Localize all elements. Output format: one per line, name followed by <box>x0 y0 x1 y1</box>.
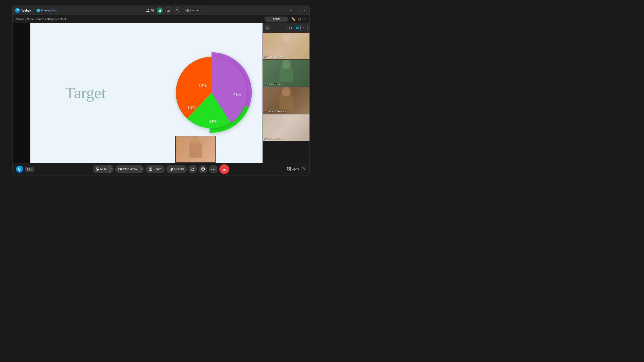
pie-chart: 41% 34% 13% 12% <box>171 52 252 134</box>
signal-icon[interactable] <box>157 7 163 14</box>
label-orange: 12% <box>198 83 206 88</box>
mute-dropdown-arrow[interactable]: ▾ <box>109 165 114 173</box>
subtitle-bar: Viewing Sofia Gomez's shared content − 1… <box>12 15 310 23</box>
mute-button[interactable]: Mute <box>93 166 110 172</box>
video-layout-button[interactable] <box>25 167 34 172</box>
svg-rect-1 <box>160 10 160 12</box>
svg-rect-11 <box>188 11 188 12</box>
stats-icon[interactable] <box>165 7 172 14</box>
mute-label: Mute <box>100 167 107 171</box>
share-button[interactable]: Share <box>146 165 164 173</box>
svg-line-7 <box>178 11 179 12</box>
svg-point-33 <box>211 169 212 170</box>
svg-point-18 <box>19 169 20 170</box>
svg-rect-4 <box>168 10 168 12</box>
apps-button[interactable]: Apps <box>287 167 299 171</box>
svg-point-34 <box>213 169 214 170</box>
sync-icon[interactable]: ⊡ <box>298 17 301 21</box>
stop-video-button[interactable]: Stop video <box>116 166 139 172</box>
record-label: Record <box>174 167 184 171</box>
meeting-info-label: Meeting info <box>41 9 57 12</box>
participants-icon <box>302 166 306 171</box>
svg-rect-13 <box>296 27 298 28</box>
expand-sidebar-button[interactable] <box>302 25 308 31</box>
svg-rect-21 <box>27 169 28 170</box>
minimize-button[interactable]: ─ <box>288 8 294 13</box>
svg-rect-12 <box>289 27 292 29</box>
zoom-in-button[interactable]: + <box>282 17 286 21</box>
left-panel <box>12 23 30 163</box>
zoom-value: 100% <box>272 17 281 21</box>
title-bar-left: W Webex i Meeting info <box>15 8 59 13</box>
svg-rect-19 <box>27 168 28 169</box>
local-video-content <box>176 136 215 162</box>
raise-hand-button[interactable] <box>188 165 197 173</box>
zoom-out-button[interactable]: − <box>267 17 270 21</box>
zoom-controls: − 100% + <box>264 16 288 22</box>
svg-rect-16 <box>298 28 299 29</box>
mic-off-icon-marise: 🎤 <box>264 137 266 140</box>
svg-rect-2 <box>160 9 161 12</box>
record-button[interactable]: Record <box>166 165 187 173</box>
toolbar-left <box>16 166 43 173</box>
title-bar-icons <box>157 7 172 14</box>
webex-status-indicator <box>16 166 23 173</box>
svg-rect-20 <box>28 168 30 169</box>
more-icon <box>211 168 215 170</box>
svg-point-29 <box>170 168 172 170</box>
label-yellow: 13% <box>188 106 196 110</box>
svg-point-31 <box>202 168 202 169</box>
svg-rect-5 <box>169 9 170 12</box>
svg-rect-25 <box>118 168 120 170</box>
meeting-info-button[interactable]: i Meeting info <box>35 8 59 13</box>
single-view-button[interactable] <box>288 25 294 31</box>
toolbar-center: Mute ▾ Stop video ▾ <box>45 164 277 174</box>
label-green: 34% <box>209 119 217 124</box>
maximize-button[interactable]: □ <box>295 8 300 13</box>
close-button[interactable]: ✕ <box>302 8 307 13</box>
svg-rect-10 <box>186 11 187 12</box>
apps-icon <box>287 167 291 171</box>
stop-video-label: Stop video <box>123 167 137 171</box>
apps-label: Apps <box>292 167 299 171</box>
participant-name-isabelle: 🎤 Isabelle Brennan <box>264 110 286 113</box>
stop-video-dropdown-arrow[interactable]: ▾ <box>140 165 144 173</box>
mic-off-icon-clarissa: 🎤 <box>264 56 266 58</box>
more-options-button[interactable] <box>209 165 218 173</box>
search-icon[interactable] <box>174 7 180 14</box>
video-icon <box>118 167 122 171</box>
reactions-icon <box>201 167 205 171</box>
subtitle-right: ✏️ ⊡ ⤢ <box>291 17 306 21</box>
svg-point-35 <box>214 169 215 170</box>
label-purple: 41% <box>233 92 241 97</box>
fullscreen-icon[interactable]: ⤢ <box>303 17 306 21</box>
title-bar-right: ─ □ ✕ <box>288 8 307 13</box>
sidebar-collapse-button[interactable] <box>264 25 270 31</box>
local-video-overlay <box>175 136 216 163</box>
presentation-area: Target <box>30 23 262 163</box>
participant-name-marise: 🎤 Marise Torres <box>264 137 282 140</box>
layout-label: Layout <box>190 9 199 12</box>
viewing-text: Viewing Sofia Gomez's shared content <box>16 17 264 21</box>
stop-video-button-group: Stop video ▾ <box>116 165 144 173</box>
title-bar-center: 12:40 <box>59 7 288 14</box>
svg-point-6 <box>176 9 178 11</box>
end-call-button[interactable] <box>219 164 229 174</box>
annotate-icon[interactable]: ✏️ <box>291 17 296 21</box>
grid-view-button[interactable] <box>295 25 300 31</box>
participant-tile-isabelle: 🎤 Isabelle Brennan <box>263 87 310 114</box>
svg-rect-36 <box>287 167 288 169</box>
participant-tile-clarissa: 🎤 Clarissa Smith <box>263 33 310 59</box>
svg-rect-37 <box>289 167 290 169</box>
webex-logo: W Webex <box>15 8 31 13</box>
svg-rect-15 <box>296 28 298 29</box>
participants-button[interactable] <box>302 166 306 172</box>
main-content: Target <box>12 23 310 163</box>
svg-rect-39 <box>289 170 290 171</box>
reactions-button[interactable] <box>199 165 207 173</box>
svg-rect-38 <box>287 170 288 171</box>
mic-off-icon-isabelle: 🎤 <box>264 110 266 112</box>
slide-title: Target <box>65 84 106 102</box>
layout-button[interactable]: Layout <box>183 7 201 13</box>
svg-point-41 <box>304 167 305 168</box>
